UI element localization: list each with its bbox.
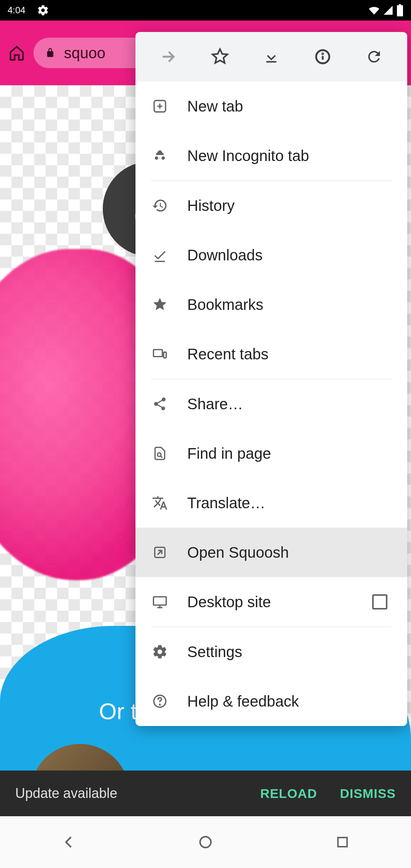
menu-share[interactable]: Share… — [135, 379, 407, 429]
menu-label: Downloads — [187, 247, 391, 264]
menu-label: Desktop site — [187, 594, 353, 611]
incognito-icon — [151, 147, 168, 164]
menu-recent-tabs[interactable]: Recent tabs — [135, 329, 407, 379]
menu-settings[interactable]: Settings — [135, 627, 407, 677]
menu-label: New tab — [187, 98, 391, 115]
open-app-icon — [151, 544, 168, 561]
recent-tabs-icon — [151, 346, 168, 362]
svg-point-2 — [322, 53, 323, 54]
menu-label: Help & feedback — [187, 693, 391, 710]
menu-new-tab[interactable]: New tab — [135, 81, 407, 131]
history-icon — [151, 197, 168, 214]
info-button[interactable] — [312, 46, 334, 68]
settings-icon — [151, 643, 168, 660]
url-text: squoo — [64, 45, 105, 62]
svg-point-15 — [159, 704, 160, 705]
gear-icon — [37, 4, 49, 16]
reload-button[interactable] — [363, 46, 385, 68]
desktop-site-checkbox[interactable] — [372, 594, 387, 610]
status-time: 4:04 — [8, 5, 25, 16]
signal-icon — [383, 5, 393, 16]
svg-point-8 — [158, 453, 161, 456]
browser-menu: New tab New Incognito tab History Downlo… — [135, 32, 407, 726]
menu-new-incognito[interactable]: New Incognito tab — [135, 131, 407, 180]
snackbar-message: Update available — [15, 785, 249, 801]
status-right — [368, 4, 403, 16]
menu-top-actions — [135, 32, 407, 81]
menu-bookmarks[interactable]: Bookmarks — [135, 280, 407, 329]
svg-rect-11 — [153, 597, 166, 605]
or-text: Or t — [99, 698, 137, 724]
desktop-icon — [151, 594, 168, 610]
svg-line-9 — [161, 456, 162, 458]
nav-home-button[interactable] — [194, 831, 217, 854]
svg-rect-6 — [153, 349, 162, 356]
svg-point-16 — [200, 837, 211, 848]
menu-label: Share… — [187, 396, 391, 413]
translate-icon — [151, 495, 168, 511]
menu-downloads[interactable]: Downloads — [135, 230, 407, 280]
svg-rect-7 — [164, 352, 166, 358]
menu-find-in-page[interactable]: Find in page — [135, 429, 407, 478]
menu-label: New Incognito tab — [187, 147, 391, 164]
bookmark-button[interactable] — [209, 46, 231, 68]
find-in-page-icon — [151, 445, 168, 462]
menu-label: Translate… — [187, 495, 391, 512]
share-icon — [151, 396, 168, 412]
help-icon — [151, 693, 168, 710]
menu-label: History — [187, 197, 391, 214]
new-tab-icon — [151, 98, 168, 115]
svg-rect-17 — [338, 838, 347, 847]
android-nav-bar — [0, 816, 411, 868]
status-left: 4:04 — [8, 4, 49, 16]
battery-icon — [397, 4, 403, 16]
status-bar: 4:04 — [0, 0, 411, 21]
bookmarks-icon — [151, 296, 168, 313]
lock-icon — [45, 46, 56, 60]
update-snackbar: Update available RELOAD DISMISS — [0, 771, 411, 816]
menu-translate[interactable]: Translate… — [135, 478, 407, 528]
snackbar-reload-button[interactable]: RELOAD — [260, 786, 317, 801]
menu-label: Recent tabs — [187, 346, 391, 363]
menu-help[interactable]: Help & feedback — [135, 677, 407, 726]
home-button[interactable] — [7, 43, 27, 63]
downloads-icon — [151, 247, 168, 263]
menu-desktop-site[interactable]: Desktop site — [135, 577, 407, 627]
download-button[interactable] — [260, 46, 282, 68]
forward-button[interactable] — [158, 46, 180, 68]
menu-label: Bookmarks — [187, 296, 391, 313]
menu-open-app[interactable]: Open Squoosh — [135, 528, 407, 577]
menu-label: Find in page — [187, 445, 391, 462]
wifi-icon — [368, 5, 380, 16]
nav-overview-button[interactable] — [331, 831, 354, 854]
menu-history[interactable]: History — [135, 181, 407, 230]
menu-label: Open Squoosh — [187, 544, 391, 561]
snackbar-dismiss-button[interactable]: DISMISS — [340, 786, 396, 801]
nav-back-button[interactable] — [57, 831, 80, 854]
menu-label: Settings — [187, 643, 391, 661]
